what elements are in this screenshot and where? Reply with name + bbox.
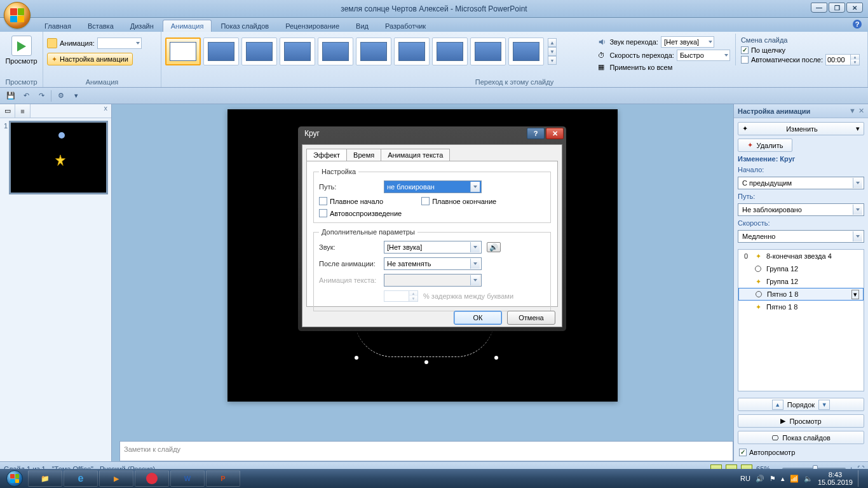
dialog-close-button[interactable]: ✕ bbox=[546, 128, 564, 139]
change-effect-button[interactable]: ✦Изменить▾ bbox=[738, 122, 864, 135]
animation-list-item[interactable]: 0✦8-конечная звезда 4 bbox=[738, 250, 864, 262]
animation-list-item[interactable]: Пятно 1 8▾ bbox=[738, 288, 864, 301]
speed-icon: ⏱ bbox=[598, 51, 607, 59]
taskbar-ie[interactable]: e bbox=[64, 470, 98, 487]
path-handle[interactable] bbox=[494, 356, 498, 360]
restore-button[interactable]: ❐ bbox=[829, 3, 845, 13]
sound-label: Звук: bbox=[319, 243, 379, 251]
qat-customize[interactable]: ▾ bbox=[71, 90, 82, 102]
autopreview-checkbox[interactable] bbox=[739, 449, 747, 456]
tab-effect[interactable]: Эффект bbox=[306, 149, 347, 161]
smooth-end-checkbox[interactable] bbox=[421, 197, 430, 205]
auto-after-label: Автоматически после: bbox=[751, 56, 823, 64]
panel-close[interactable]: x bbox=[100, 104, 112, 118]
transition-sound-dropdown[interactable]: [Нет звука] bbox=[661, 36, 714, 48]
tab-animation[interactable]: Анимация bbox=[163, 20, 212, 32]
transition-item[interactable] bbox=[241, 37, 277, 65]
on-click-label: По щелчку bbox=[751, 46, 785, 54]
close-button[interactable]: ✕ bbox=[846, 3, 863, 13]
effect-name: Изменение: Круг bbox=[738, 155, 864, 163]
on-click-checkbox[interactable] bbox=[741, 46, 749, 54]
gallery-scroll-down[interactable]: ▼ bbox=[548, 47, 557, 56]
auto-after-time[interactable]: ▲▼ bbox=[825, 54, 860, 65]
transition-item[interactable] bbox=[203, 37, 239, 65]
undo-button[interactable]: ↶ bbox=[20, 90, 32, 102]
tray-volume-icon[interactable]: 📶 bbox=[790, 475, 799, 483]
apply-all-button[interactable]: Применить ко всем bbox=[609, 64, 672, 71]
sound-preview-icon[interactable]: 🔊 bbox=[487, 242, 501, 252]
transition-speed-dropdown[interactable]: Быстро bbox=[677, 50, 730, 61]
transition-item[interactable] bbox=[280, 37, 315, 65]
tray-action-icon[interactable]: ⚑ bbox=[770, 475, 776, 483]
transition-item[interactable] bbox=[356, 37, 391, 65]
tray-sound-icon[interactable]: 🔈 bbox=[804, 475, 813, 483]
taskbar-explorer[interactable]: 📁 bbox=[28, 470, 62, 487]
slides-tab[interactable]: ▭ bbox=[0, 104, 15, 118]
tab-developer[interactable]: Разработчик bbox=[377, 20, 433, 32]
gallery-scroll-up[interactable]: ▲ bbox=[548, 38, 557, 47]
auto-after-checkbox[interactable] bbox=[741, 56, 749, 64]
taskbar-powerpoint[interactable]: P bbox=[206, 470, 240, 487]
show-desktop-button[interactable] bbox=[858, 470, 863, 487]
after-animation-select[interactable]: Не затемнять bbox=[384, 257, 482, 270]
tab-review[interactable]: Рецензирование bbox=[278, 20, 347, 32]
window-title: земля солнце Чертов Алексей - Microsoft … bbox=[341, 4, 527, 13]
transition-none[interactable] bbox=[165, 37, 201, 65]
transition-item[interactable] bbox=[470, 37, 506, 65]
move-up-button[interactable]: ▲ bbox=[772, 400, 783, 410]
notes-area[interactable]: Заметки к слайду bbox=[119, 441, 733, 461]
path-select[interactable]: не блокирован bbox=[384, 180, 482, 193]
transition-item[interactable] bbox=[432, 37, 468, 65]
autoreverse-checkbox[interactable] bbox=[319, 209, 327, 217]
preview-button[interactable]: Просмотр bbox=[1, 34, 41, 67]
help-icon[interactable]: ? bbox=[853, 20, 862, 29]
start-button[interactable] bbox=[3, 469, 27, 488]
delete-effect-button[interactable]: ✦Удалить bbox=[738, 139, 792, 152]
start-dropdown[interactable]: С предыдущим bbox=[738, 177, 864, 189]
pane-close-icon[interactable]: ✕ bbox=[858, 107, 864, 115]
taskbar-word[interactable]: W bbox=[170, 470, 205, 487]
tab-home[interactable]: Главная bbox=[37, 20, 79, 32]
tab-insert[interactable]: Вставка bbox=[80, 20, 121, 32]
minimize-button[interactable]: — bbox=[811, 3, 827, 13]
path-dropdown[interactable]: Не заблокировано bbox=[738, 203, 864, 216]
slide-thumbnail[interactable] bbox=[10, 122, 107, 193]
tab-view[interactable]: Вид bbox=[348, 20, 376, 32]
tab-design[interactable]: Дизайн bbox=[123, 20, 161, 32]
tray-language[interactable]: RU bbox=[740, 475, 750, 482]
speed-dropdown[interactable]: Медленно bbox=[738, 230, 864, 243]
animation-list-item[interactable]: Группа 12 bbox=[738, 262, 864, 275]
pane-dropdown-icon[interactable]: ▼ bbox=[849, 107, 856, 115]
tray-chevron-icon[interactable]: ▴ bbox=[781, 475, 785, 483]
transition-item[interactable] bbox=[508, 37, 544, 65]
office-button[interactable] bbox=[4, 2, 31, 29]
animation-dropdown[interactable] bbox=[97, 37, 142, 49]
save-button[interactable]: 💾 bbox=[5, 90, 17, 102]
path-handle[interactable] bbox=[424, 360, 428, 364]
custom-animation-button[interactable]: ✦ Настройка анимации bbox=[47, 53, 133, 65]
path-handle[interactable] bbox=[355, 356, 358, 360]
slideshow-button[interactable]: 🖵Показ слайдов bbox=[738, 431, 864, 444]
smooth-start-checkbox[interactable] bbox=[319, 197, 327, 205]
tray-clock[interactable]: 8:4315.05.2019 bbox=[818, 471, 853, 486]
tab-text-animation[interactable]: Анимация текста bbox=[381, 149, 450, 161]
taskbar-mediaplayer[interactable]: ▶ bbox=[99, 470, 133, 487]
animation-list-item[interactable]: ✦Группа 12 bbox=[738, 275, 864, 288]
gallery-more[interactable]: ▾ bbox=[548, 56, 557, 65]
outline-tab[interactable]: ≡ bbox=[15, 104, 31, 118]
transition-item[interactable] bbox=[394, 37, 430, 65]
redo-button[interactable]: ↷ bbox=[36, 90, 47, 102]
macro-button[interactable]: ⚙ bbox=[55, 90, 67, 102]
tab-slideshow[interactable]: Показ слайдов bbox=[213, 20, 276, 32]
cancel-button[interactable]: Отмена bbox=[507, 311, 555, 325]
taskbar-opera[interactable] bbox=[135, 470, 169, 487]
animation-list-item[interactable]: ✦Пятно 1 8 bbox=[738, 301, 864, 313]
tab-timing[interactable]: Время bbox=[346, 149, 381, 161]
dialog-help-button[interactable]: ? bbox=[527, 128, 545, 139]
preview-button[interactable]: ▶Просмотр bbox=[738, 414, 864, 428]
move-down-button[interactable]: ▼ bbox=[818, 400, 830, 410]
ok-button[interactable]: ОК bbox=[454, 311, 502, 325]
tray-network-icon[interactable]: 🔊 bbox=[756, 475, 764, 483]
sound-select[interactable]: [Нет звука] bbox=[384, 241, 482, 254]
transition-item[interactable] bbox=[318, 37, 353, 65]
